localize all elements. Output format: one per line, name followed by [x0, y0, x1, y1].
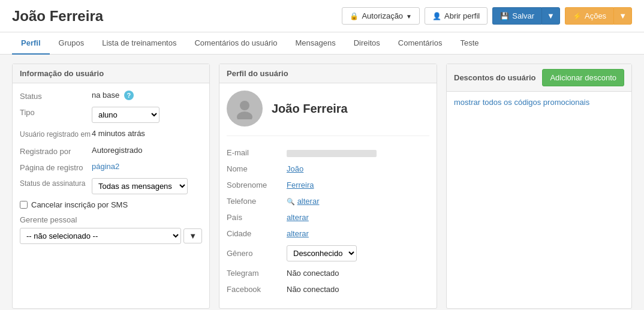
profile-header: João Ferreira: [227, 91, 429, 136]
discounts-body: mostrar todos os códigos promocionais: [447, 92, 631, 113]
lastname-label: Sobrenome: [227, 180, 287, 189]
cancel-sms-checkbox[interactable]: [20, 201, 28, 209]
telegram-label: Telegram: [227, 269, 287, 278]
subscription-select[interactable]: Todas as mensagens Somente necessárias N…: [92, 178, 188, 194]
phone-alterar-link[interactable]: alterar: [297, 197, 320, 206]
tab-perfil[interactable]: Perfil: [12, 32, 50, 55]
registered-label: Usuário registrado em: [20, 129, 92, 140]
country-alterar-link[interactable]: alterar: [287, 213, 309, 222]
status-label: Status: [20, 91, 92, 101]
email-value: [287, 148, 429, 157]
tab-teste[interactable]: Teste: [451, 32, 487, 55]
registry-page-value: página2: [92, 162, 202, 171]
facebook-row: Facebook Não conectado: [227, 285, 429, 294]
save-button-group: Salvar ▼: [492, 7, 560, 25]
svg-point-1: [237, 112, 252, 119]
country-label: País: [227, 213, 287, 222]
user-info-body: Status na base ? Tipo aluno instrutor ad…: [13, 83, 209, 251]
phone-row: Telefone alterar: [227, 197, 429, 206]
phone-label: Telefone: [227, 197, 287, 206]
subscription-status-label: Status de assinatura: [20, 178, 92, 189]
gender-value: Desconhecido Masculino Feminino: [287, 245, 429, 261]
firstname-link[interactable]: João: [287, 164, 303, 173]
nav-tabs: Perfil Grupos Lista de treinamentos Come…: [0, 32, 644, 55]
discounts-header: Descontos do usuário Adicionar desconto: [447, 64, 631, 92]
tab-mensagens[interactable]: Mensagens: [286, 32, 344, 55]
actions-dropdown-button[interactable]: ▼: [613, 7, 632, 25]
open-profile-button[interactable]: Abrir perfil: [425, 7, 487, 25]
registered-row: Usuário registrado em 4 minutos atrás: [20, 129, 202, 140]
subscription-status-value: Todas as mensagens Somente necessárias N…: [92, 178, 202, 194]
status-row: Status na base ?: [20, 91, 202, 101]
lastname-row: Sobrenome Ferreira: [227, 180, 429, 189]
header-actions: Autorização Abrir perfil Salvar ▼ Ações …: [342, 7, 632, 25]
city-alterar-link[interactable]: alterar: [287, 229, 309, 238]
facebook-label: Facebook: [227, 285, 287, 294]
avatar: [227, 91, 263, 127]
country-value: alterar: [287, 213, 429, 222]
registry-page-label: Página de registro: [20, 162, 92, 172]
user-profile-panel: Perfil do usuário João Ferreira E-mail: [219, 64, 437, 309]
user-profile-header: Perfil do usuário: [219, 64, 437, 83]
gender-select[interactable]: Desconhecido Masculino Feminino: [287, 245, 357, 261]
promo-codes-link[interactable]: mostrar todos os códigos promocionais: [454, 98, 589, 107]
gender-label: Gênero: [227, 249, 287, 258]
registry-page-row: Página de registro página2: [20, 162, 202, 172]
telegram-row: Telegram Não conectado: [227, 269, 429, 278]
firstname-label: Nome: [227, 164, 287, 173]
city-row: Cidade alterar: [227, 229, 429, 238]
email-placeholder: [287, 150, 377, 157]
type-value: aluno instrutor administrador: [92, 107, 202, 123]
search-icon: [287, 197, 295, 206]
status-value: na base ?: [92, 91, 202, 100]
type-select[interactable]: aluno instrutor administrador: [92, 107, 160, 123]
save-dropdown-button[interactable]: ▼: [541, 7, 560, 25]
registered-value: 4 minutos atrás: [92, 129, 202, 138]
tab-direitos[interactable]: Direitos: [345, 32, 389, 55]
registered-by-label: Registrado por: [20, 146, 92, 156]
personal-manager-dropdown-btn[interactable]: ▼: [183, 228, 202, 243]
city-value: alterar: [287, 229, 429, 238]
actions-button[interactable]: Ações: [565, 7, 613, 25]
status-help-icon[interactable]: ?: [124, 91, 134, 100]
user-profile-body: João Ferreira E-mail Nome João Sobrenome…: [219, 83, 437, 308]
personal-manager-section: Gerente pessoal: [20, 215, 202, 224]
caret-icon: [406, 11, 412, 20]
email-label: E-mail: [227, 148, 287, 157]
tab-grupos[interactable]: Grupos: [50, 32, 94, 55]
country-row: País alterar: [227, 213, 429, 222]
facebook-value: Não conectado: [287, 285, 429, 294]
telegram-value: Não conectado: [287, 269, 429, 278]
user-info-header: Informação do usuário: [13, 64, 209, 83]
type-row: Tipo aluno instrutor administrador: [20, 107, 202, 123]
tab-comentarios-usuario[interactable]: Comentários do usuário: [185, 32, 286, 55]
email-row: E-mail: [227, 148, 429, 157]
add-discount-button[interactable]: Adicionar desconto: [542, 69, 624, 86]
personal-manager-row: -- não selecionado -- ▼: [20, 228, 202, 244]
tab-lista-treinamentos[interactable]: Lista de treinamentos: [93, 32, 185, 55]
page-title: João Ferreira: [12, 8, 103, 25]
personal-manager-select[interactable]: -- não selecionado --: [20, 228, 181, 244]
lastname-value: Ferreira: [287, 180, 429, 189]
firstname-row: Nome João: [227, 164, 429, 173]
gender-row: Gênero Desconhecido Masculino Feminino: [227, 245, 429, 261]
cancel-sms-row: Cancelar inscrição por SMS: [20, 200, 202, 209]
user-info-panel: Informação do usuário Status na base ? T…: [12, 64, 210, 309]
registered-by-value: Autoregistrado: [92, 146, 202, 155]
firstname-value: João: [287, 164, 429, 173]
save-icon: [500, 11, 509, 20]
type-label: Tipo: [20, 107, 92, 117]
registry-page-link[interactable]: página2: [92, 162, 119, 171]
city-label: Cidade: [227, 229, 287, 238]
authorization-button[interactable]: Autorização: [342, 7, 420, 25]
bolt-icon: [573, 11, 582, 20]
discounts-title: Descontos do usuário: [454, 73, 536, 82]
lastname-link[interactable]: Ferreira: [287, 180, 314, 189]
lock-icon: [350, 11, 359, 20]
save-button[interactable]: Salvar: [492, 7, 541, 25]
registered-by-row: Registrado por Autoregistrado: [20, 146, 202, 156]
tab-comentarios[interactable]: Comentários: [389, 32, 452, 55]
profile-name: João Ferreira: [272, 102, 348, 116]
actions-button-group: Ações ▼: [565, 7, 632, 25]
avatar-silhouette: [234, 98, 255, 119]
